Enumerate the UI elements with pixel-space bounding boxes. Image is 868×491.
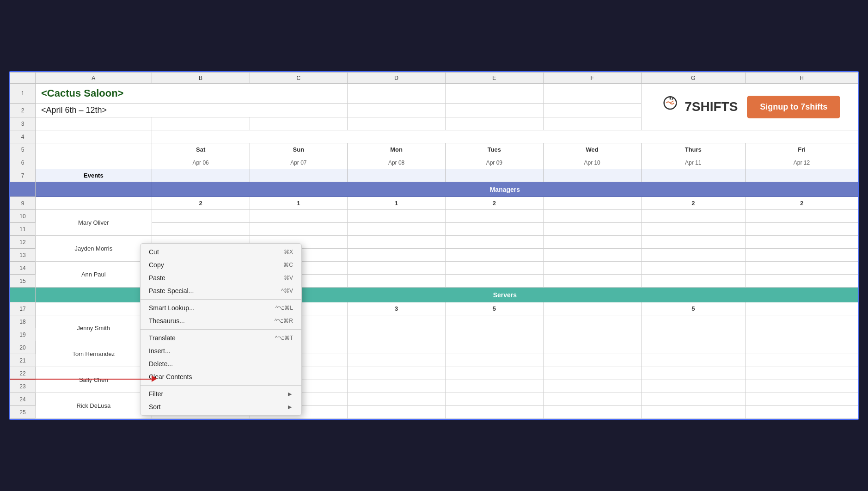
cell-g24 xyxy=(641,393,746,406)
row-num-15: 15 xyxy=(10,275,36,288)
cell-h22 xyxy=(746,367,858,380)
cell-d1 xyxy=(348,84,446,104)
row-num-2: 2 xyxy=(10,104,36,117)
cell-f24 xyxy=(543,393,641,406)
row-num-25: 25 xyxy=(10,406,36,419)
signup-button[interactable]: Signup to 7shifts xyxy=(747,96,840,118)
col-f-header[interactable]: F xyxy=(543,73,641,84)
ctx-copy-shortcut: ⌘C xyxy=(283,262,293,268)
ctx-paste-special-label: Paste Special... xyxy=(149,287,194,295)
row-num-11: 11 xyxy=(10,223,36,236)
row-17: 17 3 3 3 5 5 xyxy=(10,302,858,315)
ctx-thesaurus[interactable]: Thesaurus... ^⌥⌘R xyxy=(141,314,301,327)
brand-cell: 7SHIFTS Signup to 7shifts xyxy=(641,84,858,130)
ctx-cut[interactable]: Cut ⌘X xyxy=(141,246,301,258)
cell-c3 xyxy=(250,117,348,130)
cell-a9 xyxy=(35,197,152,210)
row-22: 22 Sally Chen xyxy=(10,367,858,380)
ann-paul-cell: Ann Paul xyxy=(35,262,152,288)
cell-b7 xyxy=(152,169,250,182)
col-b-header[interactable]: B xyxy=(152,73,250,84)
row-num-13: 13 xyxy=(10,249,36,262)
row-5: 5 Sat Sun Mon Tues Wed Thurs Fri xyxy=(10,143,858,156)
row-14: 14 Ann Paul xyxy=(10,262,858,275)
jayden-morris-cell: Jayden Morris xyxy=(35,236,152,262)
mgr-count-mon: 1 xyxy=(348,197,446,210)
col-e-header[interactable]: E xyxy=(446,73,544,84)
row-num-5: 5 xyxy=(10,143,36,156)
ctx-filter-arrow: ► xyxy=(287,390,293,398)
cell-e25 xyxy=(446,406,544,419)
cell-d21 xyxy=(348,354,446,367)
row-num-4: 4 xyxy=(10,130,36,143)
row-24: 24 Rick DeLusa xyxy=(10,393,858,406)
ctx-cut-shortcut: ⌘X xyxy=(284,249,293,255)
ctx-sort[interactable]: Sort ► xyxy=(141,400,301,413)
ctx-smart-lookup-label: Smart Lookup... xyxy=(149,304,195,312)
cell-g7 xyxy=(641,169,746,182)
row-9: 9 2 1 1 2 2 2 xyxy=(10,197,858,210)
cell-d23 xyxy=(348,380,446,393)
cell-a4 xyxy=(35,130,152,143)
ctx-copy[interactable]: Copy ⌘C xyxy=(141,258,301,271)
col-c-header[interactable]: C xyxy=(250,73,348,84)
ctx-paste-special[interactable]: Paste Special... ^⌘V xyxy=(141,284,301,297)
ctx-insert[interactable]: Insert... xyxy=(141,344,301,357)
wed-header: Wed xyxy=(543,143,641,156)
row-num-18: 18 xyxy=(10,315,36,328)
cell-d12 xyxy=(348,236,446,249)
row-num-10: 10 xyxy=(10,210,36,223)
cell-g20 xyxy=(641,341,746,354)
cell-h15 xyxy=(746,275,858,288)
cell-g10 xyxy=(641,210,746,223)
row-6: 6 Apr 06 Apr 07 Apr 08 Apr 09 Apr 10 Apr… xyxy=(10,156,858,169)
ctx-translate[interactable]: Translate ^⌥⌘T xyxy=(141,331,301,344)
cell-d19 xyxy=(348,328,446,341)
cell-f25 xyxy=(543,406,641,419)
row-num-23: 23 xyxy=(10,380,36,393)
mgr-count-thu: 2 xyxy=(641,197,746,210)
cell-f14 xyxy=(543,262,641,275)
row-18: 18 Jenny Smith xyxy=(10,315,858,328)
srv-count-thu: 5 xyxy=(641,302,746,315)
cell-b10 xyxy=(152,210,250,223)
title-cell[interactable]: <Cactus Saloon> xyxy=(35,84,347,104)
cell-d2 xyxy=(348,104,446,117)
srv-count-wed xyxy=(543,302,641,315)
ctx-delete[interactable]: Delete... xyxy=(141,357,301,370)
sun-header: Sun xyxy=(250,143,348,156)
sun-date: Apr 07 xyxy=(250,156,348,169)
ctx-paste[interactable]: Paste ⌘V xyxy=(141,271,301,284)
cell-e12 xyxy=(446,236,544,249)
cell-a5 xyxy=(35,143,152,156)
cell-f15 xyxy=(543,275,641,288)
cell-a16 xyxy=(35,288,152,302)
cell-f20 xyxy=(543,341,641,354)
sat-date: Apr 06 xyxy=(152,156,250,169)
col-g-header[interactable]: G xyxy=(641,73,746,84)
col-h-header[interactable]: H xyxy=(746,73,858,84)
row-7: 7 Events xyxy=(10,169,858,182)
cell-e15 xyxy=(446,275,544,288)
row-num-14: 14 xyxy=(10,262,36,275)
cell-h7 xyxy=(746,169,858,182)
cell-h25 xyxy=(746,406,858,419)
subtitle-cell[interactable]: <April 6th – 12th> xyxy=(35,104,347,117)
ctx-filter[interactable]: Filter ► xyxy=(141,387,301,400)
ctx-smart-lookup[interactable]: Smart Lookup... ^⌥⌘L xyxy=(141,301,301,314)
ctx-separator-2 xyxy=(141,329,301,330)
cell-e23 xyxy=(446,380,544,393)
cell-f10 xyxy=(543,210,641,223)
ctx-clear-contents[interactable]: Clear Contents xyxy=(141,370,301,383)
cell-g15 xyxy=(641,275,746,288)
col-d-header[interactable]: D xyxy=(348,73,446,84)
cell-e19 xyxy=(446,328,544,341)
col-a-header[interactable]: A xyxy=(35,73,152,84)
cell-d13 xyxy=(348,249,446,262)
sat-header: Sat xyxy=(152,143,250,156)
logo-text: 7SHIFTS xyxy=(685,99,738,114)
ctx-paste-shortcut: ⌘V xyxy=(284,275,293,281)
srv-count-mon: 3 xyxy=(348,302,446,315)
cell-d22 xyxy=(348,367,446,380)
cell-d18 xyxy=(348,315,446,328)
